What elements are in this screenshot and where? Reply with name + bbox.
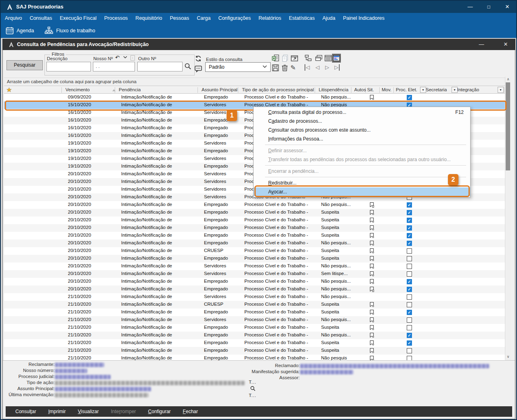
text-editor-button-1[interactable]: T... [249, 380, 256, 384]
proc-elet-checkbox[interactable]: ✓ [407, 225, 412, 231]
group-tree-icon[interactable] [305, 55, 313, 62]
context-menu-item-cadastro-de-processos-[interactable]: Cadastro de processos... [254, 117, 470, 126]
table-row[interactable]: 21/10/2020Intimação/Notificação deEmpreg… [4, 339, 505, 347]
context-menu-item-informa-es-da-pessoa-[interactable]: Informações da Pessoa... [254, 134, 470, 143]
undo-icon[interactable]: ↶ [115, 55, 120, 61]
minimize-button[interactable]: — [461, 1, 479, 13]
visualizar-button[interactable]: Visualizar [78, 409, 99, 414]
proc-elet-checkbox[interactable]: ✓ [407, 202, 412, 208]
scrollbar-thumb[interactable] [506, 82, 510, 170]
table-row[interactable]: 20/10/2020Intimação/Notificação deEmpreg… [4, 224, 505, 232]
workflow-button[interactable]: Fluxo de trabalho [44, 27, 95, 35]
menu-item-processos[interactable]: Processos [104, 15, 128, 21]
text-editor-button-2[interactable]: T... [249, 393, 256, 398]
proc-elet-checkbox[interactable]: ✓ [407, 218, 412, 223]
table-row[interactable]: 20/10/2020Intimação/Notificação deEmpreg… [4, 255, 505, 262]
menu-item-ajuda[interactable]: Ajuda [322, 15, 335, 21]
proc-elet-checkbox[interactable]: ✓ [407, 95, 412, 100]
table-row[interactable]: 21/10/2020Intimação/Notificação deEmpreg… [4, 324, 505, 332]
edit-icon[interactable]: ✎ [290, 64, 296, 71]
proc-elet-checkbox[interactable]: ✓ [407, 233, 412, 238]
nav-first-icon[interactable]: ◁ [305, 64, 310, 71]
proc-elet-checkbox[interactable] [407, 317, 412, 323]
menu-item-estatísticas[interactable]: Estatísticas [289, 15, 315, 21]
nav-next-icon[interactable]: ▷ [325, 64, 329, 71]
proc-elet-checkbox[interactable] [407, 325, 412, 330]
cascade-windows-icon[interactable] [315, 55, 323, 62]
column-header-Tipo de ação do processo principal[interactable]: Tipo de ação do processo principal [242, 87, 314, 92]
comment-icon[interactable] [195, 65, 202, 72]
menu-item-configurações[interactable]: Configurações [218, 15, 251, 21]
proc-elet-checkbox[interactable] [407, 348, 412, 353]
agenda-button[interactable]: Agenda [6, 27, 34, 35]
menu-item-execução-fiscal[interactable]: Execução Fiscal [60, 15, 97, 21]
maximize-button[interactable]: □ [479, 1, 498, 13]
menu-item-consultas[interactable]: Consultas [29, 15, 52, 21]
nav-last-icon[interactable]: ▷ [334, 64, 340, 71]
proc-elet-checkbox[interactable] [407, 271, 412, 277]
column-header-Autos[interactable]: Autos [354, 87, 366, 92]
menu-item-arquivo[interactable]: Arquivo [5, 15, 22, 21]
table-row[interactable]: 20/10/2020Intimação/Notificação deCRUESP… [4, 247, 505, 255]
table-row[interactable]: 20/10/2020Intimação/Notificação deEmpreg… [4, 209, 505, 216]
chevron-down-icon[interactable] [123, 56, 127, 59]
column-header-Litispendência[interactable]: Litispendência [319, 87, 349, 92]
open-in-window-icon[interactable] [290, 55, 298, 62]
column-header-Secretaria[interactable]: Secretaria [426, 87, 447, 92]
export-excel-icon[interactable] [272, 55, 280, 62]
table-row[interactable]: 21/10/2020Intimação/Notificação deServid… [4, 316, 505, 324]
proc-elet-checkbox[interactable]: ✓ [407, 241, 412, 246]
dialog-close-button[interactable]: ✕ [498, 39, 514, 50]
menu-item-painel-indicadores[interactable]: Painel Indicadores [343, 15, 385, 21]
scroll-down-icon[interactable]: ∨ [506, 355, 511, 359]
column-header-star[interactable] [6, 87, 12, 92]
nav-prev-icon[interactable]: ◁ [315, 64, 319, 71]
imprimir-button[interactable]: Imprimir [48, 409, 65, 414]
outro-numero-input[interactable] [137, 62, 183, 71]
column-filter-icon[interactable]: ▼ [420, 87, 426, 93]
table-row[interactable]: 20/10/2020Intimação/Notificação deServid… [4, 262, 505, 270]
column-header-Sit.[interactable]: Sit. [367, 87, 374, 92]
table-row[interactable]: 20/10/2020Intimação/Notificação deEmpreg… [4, 201, 505, 209]
table-row[interactable]: 21/10/2020Intimação/Notificação deServid… [4, 293, 505, 301]
scroll-up-icon[interactable]: ∧ [506, 77, 511, 81]
table-row[interactable]: 20/10/2020Intimação/Notificação deEmpreg… [4, 278, 505, 286]
proc-elet-checkbox[interactable]: ✓ [407, 287, 412, 292]
consultar-button[interactable]: Consultar [15, 409, 36, 414]
redacted-value[interactable] [55, 387, 151, 391]
column-header-Vencimento[interactable]: Vencimento [65, 87, 90, 92]
list-view-icon[interactable] [324, 55, 332, 62]
proc-elet-checkbox[interactable] [407, 356, 412, 360]
zoom-search-icon[interactable] [250, 386, 256, 391]
proc-elet-checkbox[interactable]: ✓ [407, 279, 412, 284]
column-filter-icon[interactable]: ▼ [498, 87, 504, 93]
descricao-input[interactable] [46, 62, 91, 71]
refresh-icon[interactable] [195, 55, 202, 62]
table-row[interactable]: 21/10/2020Intimação/Notificação deEmpreg… [4, 347, 505, 355]
column-header-Assunto Principal[interactable]: Assunto Principal [202, 87, 237, 92]
proc-elet-checkbox[interactable]: ✓ [407, 210, 412, 215]
column-filter-icon[interactable]: ▼ [452, 87, 458, 93]
fechar-button[interactable]: Fechar [183, 409, 198, 414]
proc-elet-checkbox[interactable]: ✓ [407, 310, 412, 315]
column-header-Integração[interactable]: Integração [457, 87, 479, 92]
table-row[interactable]: 21/10/2020Intimação/Notificação deEmpreg… [4, 309, 505, 316]
menu-item-requisitório[interactable]: Requisitório [135, 15, 162, 21]
estilo-combobox[interactable]: Padrão [205, 62, 271, 72]
context-menu-item-consulta-pasta-digital-do-pr[interactable]: Consulta pasta digital do processo...F12 [254, 108, 470, 117]
proc-elet-checkbox[interactable]: ✓ [407, 333, 412, 338]
form-view-icon[interactable] [332, 54, 341, 63]
close-button[interactable]: ✕ [498, 1, 517, 13]
table-row[interactable]: 21/10/2020Intimação/Notificação deEmpreg… [4, 332, 505, 339]
group-by-bar[interactable]: Arraste um cabeçalho de coluna aqui para… [4, 78, 505, 86]
proc-elet-checkbox[interactable] [407, 248, 412, 254]
table-row[interactable]: 20/10/2020Intimação/Notificação deEmpreg… [4, 216, 505, 224]
save-icon[interactable] [272, 64, 279, 71]
menu-item-carga[interactable]: Carga [197, 15, 210, 21]
table-row[interactable]: 20/10/2020Intimação/Notificação deServid… [4, 270, 505, 278]
table-row[interactable]: 21/10/2020Intimação/Notificação deEmpreg… [4, 355, 505, 360]
configurar-button[interactable]: Configurar [148, 409, 171, 414]
delete-icon[interactable] [282, 64, 288, 71]
dialog-minimize-button[interactable]: — [473, 39, 490, 50]
search-icon[interactable] [184, 63, 191, 70]
